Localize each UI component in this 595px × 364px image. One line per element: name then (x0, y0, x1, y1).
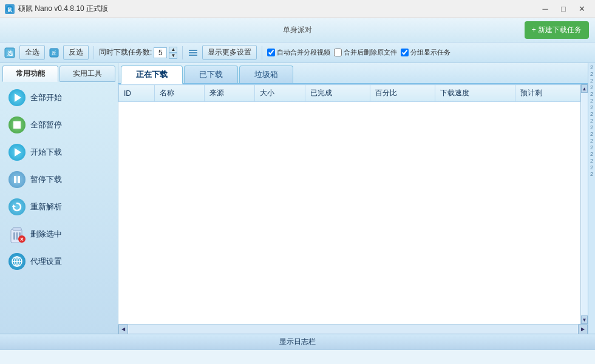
app-icon: 鼠 (5, 4, 15, 14)
rnum-14: 2 (590, 151, 593, 157)
rnum-4: 2 (590, 84, 593, 90)
download-table[interactable]: ID 名称 来源 大小 已完成 百分比 下载速度 预计剩 (118, 84, 580, 324)
table-area: ID 名称 来源 大小 已完成 百分比 下载速度 预计剩 (118, 84, 588, 324)
concurrent-up[interactable]: ▲ (169, 47, 177, 53)
scroll-right-arrow[interactable]: ▶ (578, 325, 588, 334)
toolbar: 选 全选 反 反选 同时下载任务数: 5 ▲ ▼ 显示更多设置 自动合并分段视频 (0, 42, 595, 63)
rnum-9: 2 (590, 118, 593, 124)
auto-merge-label: 自动合并分段视频 (277, 48, 330, 57)
group-display-checkbox[interactable] (401, 49, 409, 56)
rnum-5: 2 (590, 91, 593, 97)
scroll-track-vertical[interactable] (581, 93, 588, 315)
rnum-8: 2 (590, 111, 593, 117)
group-display-check[interactable]: 分组显示任务 (401, 48, 450, 57)
scroll-left-arrow[interactable]: ◀ (118, 325, 128, 334)
col-source: 来源 (205, 85, 255, 102)
maximize-button[interactable]: □ (555, 2, 572, 16)
download-tabs: 正在下载 已下载 垃圾箱 (118, 63, 588, 84)
rnum-13: 2 (590, 144, 593, 150)
pause-download-icon (8, 171, 25, 188)
rnum-17: 2 (590, 171, 593, 177)
col-eta: 预计剩 (515, 85, 580, 102)
auto-merge-checkbox[interactable] (267, 49, 275, 56)
sidebar-item-pause-all[interactable]: 全部暂停 (2, 112, 115, 138)
group-display-label: 分组显示任务 (410, 48, 450, 57)
col-percent: 百分比 (370, 85, 435, 102)
scroll-track-horizontal[interactable] (129, 325, 577, 334)
vertical-scrollbar[interactable]: ▲ ▼ (580, 84, 588, 324)
tab-downloading[interactable]: 正在下载 (121, 66, 183, 84)
sidebar-item-start-download[interactable]: 开始下载 (2, 139, 115, 166)
delete-after-merge-checkbox[interactable] (334, 49, 342, 56)
rnum-15: 2 (590, 158, 593, 164)
invert-button[interactable]: 反选 (63, 45, 89, 60)
pause-download-label: 暂停下载 (30, 174, 62, 185)
svg-text:×: × (20, 236, 24, 243)
rnum-10: 2 (590, 124, 593, 130)
titlebar: 鼠 硕鼠 Nano v0.4.8.10 正式版 ─ □ ✕ (0, 0, 595, 18)
sidebar-item-start-all[interactable]: 全部开始 (2, 84, 115, 111)
sidebar-item-re-parse[interactable]: 重新解析 (2, 194, 115, 220)
more-settings-icon (188, 47, 199, 58)
svg-rect-13 (16, 232, 18, 240)
play-all-icon (8, 89, 25, 106)
rnum-3: 2 (590, 78, 593, 84)
rnum-11: 2 (590, 131, 593, 137)
more-settings-button[interactable]: 显示更多设置 (202, 45, 257, 60)
rnum-1: 2 (590, 64, 593, 70)
titlebar-left: 鼠 硕鼠 Nano v0.4.8.10 正式版 (5, 4, 108, 14)
sidebar-item-pause-download[interactable]: 暂停下载 (2, 166, 115, 193)
tab-downloaded[interactable]: 已下载 (184, 66, 238, 83)
delete-after-merge-check[interactable]: 合并后删除原文件 (334, 48, 397, 57)
rnum-7: 2 (590, 104, 593, 110)
right-number-panel: 2 2 2 2 2 2 2 2 2 2 2 2 2 2 2 2 2 (588, 63, 595, 334)
close-button[interactable]: ✕ (573, 2, 590, 16)
svg-rect-8 (189, 55, 197, 56)
scroll-down-arrow[interactable]: ▼ (581, 315, 588, 324)
svg-rect-7 (189, 52, 197, 53)
topbar: 单身派对 + 新建下载任务 (0, 18, 595, 42)
invert-icon: 反 (49, 47, 59, 58)
delete-icon: × (8, 226, 25, 243)
select-all-button[interactable]: 全选 (19, 45, 45, 60)
proxy-icon (8, 253, 25, 270)
svg-marker-9 (12, 204, 16, 207)
start-download-label: 开始下载 (30, 147, 62, 158)
separator-2 (182, 46, 183, 59)
concurrent-value[interactable]: 5 (154, 47, 167, 58)
rnum-6: 2 (590, 98, 593, 104)
rnum-16: 2 (590, 164, 593, 170)
titlebar-controls: ─ □ ✕ (537, 2, 590, 16)
concurrent-down[interactable]: ▼ (169, 53, 177, 59)
source-label: 单身派对 (200, 25, 395, 35)
minimize-button[interactable]: ─ (537, 2, 554, 16)
re-parse-label: 重新解析 (30, 201, 62, 212)
separator-1 (93, 46, 94, 59)
proxy-settings-label: 代理设置 (30, 256, 62, 267)
auto-merge-check[interactable]: 自动合并分段视频 (267, 48, 330, 57)
stop-all-icon (8, 116, 25, 133)
new-download-button[interactable]: + 新建下载任务 (525, 21, 589, 39)
tab-common[interactable]: 常用功能 (2, 66, 58, 82)
content-area: 正在下载 已下载 垃圾箱 ID 名称 来源 大小 已完成 百分比 下 (118, 63, 588, 334)
rnum-2: 2 (590, 71, 593, 77)
app-title: 硕鼠 Nano v0.4.8.10 正式版 (18, 4, 108, 14)
scroll-up-arrow[interactable]: ▲ (581, 84, 588, 93)
main-area: 常用功能 实用工具 全部开始 全部暂停 开始下载 (0, 63, 595, 334)
start-all-label: 全部开始 (30, 92, 62, 103)
svg-rect-11 (13, 228, 21, 231)
sidebar-item-proxy[interactable]: 代理设置 (2, 248, 115, 275)
horizontal-scrollbar[interactable]: ◀ ▶ (118, 324, 588, 334)
concurrent-spinner[interactable]: ▲ ▼ (169, 47, 177, 59)
svg-rect-6 (189, 50, 197, 51)
tab-trash[interactable]: 垃圾箱 (239, 66, 293, 83)
col-completed: 已完成 (305, 85, 370, 102)
tab-tools[interactable]: 实用工具 (59, 66, 115, 82)
statusbar-text[interactable]: 显示日志栏 (279, 337, 316, 347)
concurrent-container: 同时下载任务数: 5 ▲ ▼ (99, 47, 177, 59)
col-size: 大小 (255, 85, 305, 102)
sidebar-item-delete-selected[interactable]: × 删除选中 (2, 221, 115, 248)
start-download-icon (8, 144, 25, 161)
task-table: ID 名称 来源 大小 已完成 百分比 下载速度 预计剩 (118, 84, 580, 102)
delete-selected-label: 删除选中 (30, 229, 62, 240)
